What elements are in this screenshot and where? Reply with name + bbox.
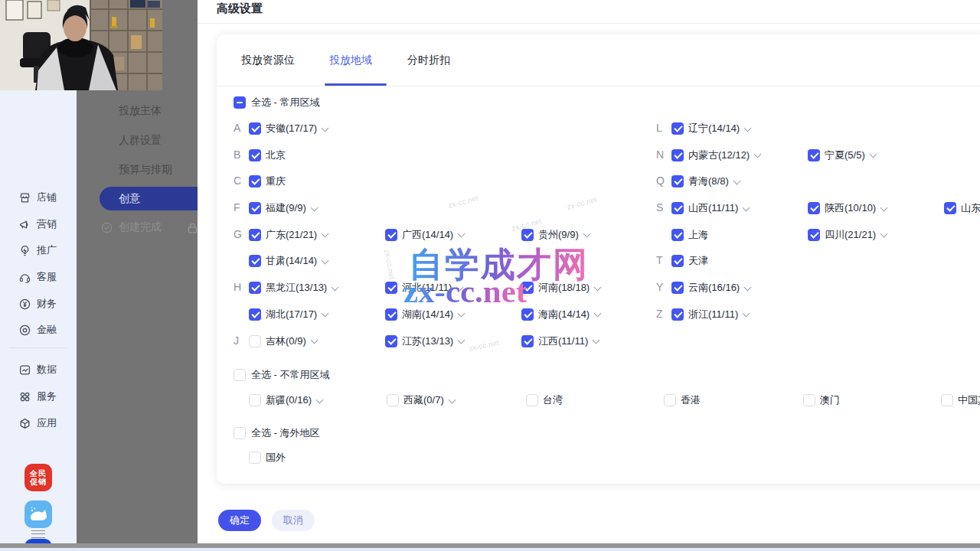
- chevron-down-icon[interactable]: [311, 337, 318, 344]
- region-item[interactable]: 香港: [664, 393, 701, 408]
- sidebar-item-service-desk[interactable]: 客服: [0, 268, 77, 286]
- chevron-down-icon[interactable]: [322, 126, 328, 132]
- wizard-step-budget[interactable]: 预算与排期: [119, 161, 172, 178]
- checkbox-checked[interactable]: [671, 202, 684, 214]
- checkbox-checked[interactable]: [671, 255, 684, 267]
- chevron-down-icon[interactable]: [583, 231, 590, 238]
- checkbox-unchecked[interactable]: [249, 452, 261, 464]
- app-icon-whale[interactable]: [24, 500, 52, 528]
- region-item[interactable]: 河南(18/18): [521, 280, 601, 295]
- chevron-down-icon[interactable]: [880, 205, 887, 212]
- chevron-down-icon[interactable]: [870, 152, 877, 158]
- checkbox-checked[interactable]: [249, 122, 261, 135]
- region-item[interactable]: 安徽(17/17): [249, 121, 328, 136]
- region-item[interactable]: 湖北(17/17): [249, 307, 328, 322]
- region-item[interactable]: 江西(11/11): [521, 334, 599, 349]
- chevron-down-icon[interactable]: [458, 311, 465, 318]
- region-item[interactable]: 黑龙江(13/13): [249, 280, 338, 295]
- sidebar-item-shop[interactable]: 店铺: [0, 188, 77, 207]
- checkbox-checked[interactable]: [808, 202, 820, 214]
- region-item[interactable]: 宁夏(5/5): [808, 148, 877, 163]
- chevron-down-icon[interactable]: [880, 231, 887, 238]
- chevron-down-icon[interactable]: [733, 178, 740, 185]
- select-all-common-regions[interactable]: 全选 - 常用区域: [234, 95, 320, 110]
- region-item[interactable]: 福建(9/9): [249, 201, 318, 216]
- checkbox-unchecked[interactable]: [803, 394, 815, 406]
- chevron-down-icon[interactable]: [743, 311, 750, 318]
- region-item[interactable]: 北京: [249, 148, 286, 163]
- chevron-down-icon[interactable]: [754, 152, 761, 158]
- checkbox-checked[interactable]: [521, 282, 534, 294]
- wizard-step-subject[interactable]: 投放主体: [119, 102, 162, 119]
- chevron-down-icon[interactable]: [332, 285, 338, 292]
- region-item[interactable]: 广西(14/14): [385, 227, 465, 243]
- checkbox-checked[interactable]: [249, 175, 261, 187]
- region-item[interactable]: 吉林(0/9): [249, 334, 318, 349]
- region-item[interactable]: 国外: [249, 450, 286, 465]
- sidebar-item-data[interactable]: 数据: [0, 360, 77, 379]
- region-item[interactable]: 江苏(13/13): [385, 334, 465, 349]
- chevron-down-icon[interactable]: [322, 258, 328, 265]
- checkbox-checked[interactable]: [249, 149, 261, 161]
- confirm-button[interactable]: 确定: [218, 510, 261, 531]
- checkbox-checked[interactable]: [249, 282, 261, 294]
- collapse-menu-icon[interactable]: [31, 528, 45, 540]
- region-item[interactable]: 山东(16/16): [944, 201, 980, 216]
- sidebar-item-marketing[interactable]: 营销: [0, 215, 77, 233]
- tab-time-discount[interactable]: 分时折扣: [407, 34, 450, 86]
- region-item[interactable]: 湖南(14/14): [385, 307, 465, 322]
- checkbox-checked[interactable]: [808, 229, 820, 241]
- region-item[interactable]: 贵州(9/9): [521, 227, 590, 243]
- checkbox-unchecked[interactable]: [941, 394, 953, 406]
- checkbox-checked[interactable]: [385, 229, 397, 241]
- chevron-down-icon[interactable]: [594, 285, 601, 292]
- chevron-down-icon[interactable]: [593, 337, 599, 344]
- region-item[interactable]: 中国其他: [941, 393, 980, 408]
- checkbox-checked[interactable]: [385, 335, 397, 347]
- region-item[interactable]: 甘肃(14/14): [249, 253, 328, 269]
- checkbox-checked[interactable]: [671, 122, 684, 135]
- tab-delivery-region[interactable]: 投放地域: [329, 34, 372, 86]
- region-item[interactable]: 西藏(0/7): [387, 393, 456, 408]
- checkbox-unchecked[interactable]: [387, 394, 399, 406]
- checkbox-checked[interactable]: [671, 282, 684, 294]
- checkbox-checked[interactable]: [671, 308, 684, 321]
- region-item[interactable]: 新疆(0/16): [249, 393, 323, 408]
- chevron-down-icon[interactable]: [316, 397, 323, 404]
- region-item[interactable]: 四川(21/21): [808, 227, 887, 243]
- region-item[interactable]: 广东(21/21): [249, 227, 328, 243]
- checkbox-checked[interactable]: [808, 149, 820, 161]
- sidebar-item-apps[interactable]: 应用: [0, 414, 77, 432]
- wizard-step-complete[interactable]: 创建完成: [101, 220, 162, 234]
- checkbox-unchecked[interactable]: [249, 394, 261, 406]
- chevron-down-icon[interactable]: [744, 285, 751, 292]
- checkbox-checked[interactable]: [249, 255, 261, 267]
- chevron-down-icon[interactable]: [322, 311, 328, 318]
- wizard-step-creative-active[interactable]: 创意: [100, 187, 198, 210]
- sidebar-item-promotion[interactable]: 推广: [0, 241, 77, 259]
- chevron-down-icon[interactable]: [594, 311, 601, 318]
- checkbox-checked[interactable]: [385, 282, 397, 294]
- region-item[interactable]: 天津: [671, 253, 708, 269]
- checkbox-checked[interactable]: [385, 308, 397, 321]
- wizard-step-audience[interactable]: 人群设置: [119, 132, 162, 148]
- chevron-down-icon[interactable]: [743, 205, 750, 212]
- region-item[interactable]: 内蒙古(12/12): [671, 148, 761, 163]
- region-item[interactable]: 河北(11/11): [385, 280, 463, 295]
- checkbox-unchecked[interactable]: [249, 335, 261, 347]
- chevron-down-icon[interactable]: [744, 126, 751, 132]
- checkbox-unchecked[interactable]: [526, 394, 538, 406]
- select-all-uncommon-regions[interactable]: 全选 - 不常用区域: [234, 367, 330, 383]
- region-item[interactable]: 青海(8/8): [671, 174, 740, 189]
- region-item[interactable]: 海南(14/14): [521, 307, 601, 322]
- checkbox-indeterminate[interactable]: [234, 96, 246, 109]
- checkbox-checked[interactable]: [671, 175, 684, 187]
- region-item[interactable]: 陕西(10/10): [808, 201, 887, 216]
- chevron-down-icon[interactable]: [456, 285, 463, 292]
- region-item[interactable]: 山西(11/11): [671, 201, 750, 216]
- app-icon-quanmin-cuxiao[interactable]: 全民 促销: [24, 464, 52, 491]
- select-all-overseas-regions[interactable]: 全选 - 海外地区: [234, 425, 320, 441]
- sidebar-item-services[interactable]: 服务: [0, 387, 77, 406]
- chevron-down-icon[interactable]: [311, 205, 318, 212]
- checkbox-checked[interactable]: [944, 202, 956, 214]
